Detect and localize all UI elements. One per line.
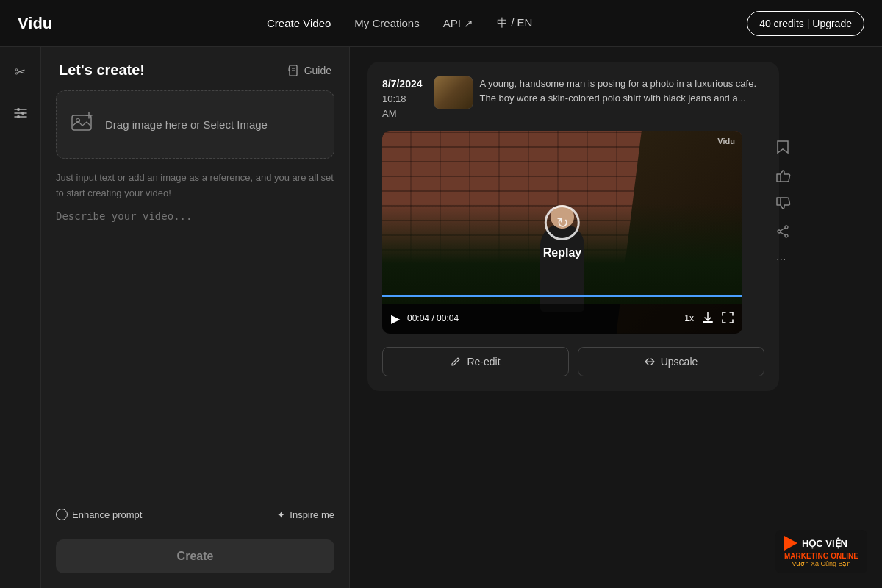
svg-point-4 — [21, 112, 24, 115]
inspire-icon: ✦ — [277, 509, 285, 520]
prompt-input[interactable] — [56, 210, 334, 498]
share-button[interactable] — [776, 225, 791, 241]
video-side-actions: ··· — [776, 131, 791, 275]
video-controls: ▶ 00:04 / 00:04 1x — [382, 304, 742, 334]
text-area-wrapper — [41, 210, 349, 498]
upscale-button[interactable]: Upscale — [578, 347, 764, 376]
guide-label: Guide — [304, 65, 331, 76]
dislike-button[interactable] — [776, 197, 791, 213]
create-button[interactable]: Create — [56, 539, 334, 573]
watermark-logo: HỌC VIỆN — [784, 536, 858, 551]
watermark-subtitle: MARKETING ONLINE — [784, 552, 858, 560]
download-button[interactable] — [701, 311, 714, 326]
enhance-circle-icon — [56, 509, 68, 520]
watermark-title: HỌC VIỆN — [802, 538, 847, 549]
nav-create-video[interactable]: Create Video — [267, 17, 331, 29]
bookmark-button[interactable] — [776, 140, 791, 157]
upscale-icon — [645, 356, 655, 367]
inspire-label: Inspire me — [290, 509, 334, 520]
svg-point-15 — [785, 234, 788, 237]
header-right: 40 credits | Upgrade — [747, 11, 864, 36]
video-wrapper: Vidu ↻ Replay ▶ 00:04 — [382, 131, 764, 334]
edit-icon — [451, 356, 461, 367]
enhance-prompt-button[interactable]: Enhance prompt — [56, 509, 142, 520]
guide-button[interactable]: Guide — [288, 65, 331, 76]
watermark-triangle-icon — [784, 536, 797, 551]
svg-point-14 — [785, 226, 788, 229]
svg-point-16 — [778, 230, 781, 233]
fullscreen-button[interactable] — [722, 312, 734, 326]
replay-overlay: ↻ Replay — [543, 205, 581, 259]
video-watermark: Vidu — [717, 137, 735, 146]
header: Vidu Create Video My Creations API ↗ 中 /… — [0, 0, 882, 47]
upload-icon — [71, 112, 95, 137]
svg-point-3 — [17, 108, 20, 111]
creation-card: 8/7/2024 10:18 AM A young, handsome man … — [368, 62, 779, 391]
time-display: 00:04 / 00:04 — [407, 313, 677, 323]
reedit-label: Re-edit — [467, 356, 500, 368]
sidebar-icon-filter[interactable] — [7, 100, 34, 126]
svg-rect-9 — [72, 115, 91, 130]
time-current: 00:04 — [407, 313, 429, 323]
logo: Vidu — [18, 14, 52, 33]
svg-line-18 — [781, 232, 785, 235]
card-description: A young, handsome man is posing for a ph… — [480, 76, 765, 105]
like-button[interactable] — [776, 169, 791, 185]
create-btn-wrapper: Create — [41, 531, 349, 588]
sidebar-icon-scissors[interactable]: ✂ — [7, 59, 34, 85]
svg-line-17 — [781, 228, 785, 231]
inspire-me-button[interactable]: ✦ Inspire me — [277, 509, 334, 520]
watermark-badge: HỌC VIỆN MARKETING ONLINE Vươn Xa Cùng B… — [775, 530, 867, 573]
reedit-button[interactable]: Re-edit — [382, 347, 569, 376]
replay-circle-icon[interactable]: ↻ — [545, 205, 580, 240]
panel-header: Let's create! Guide — [41, 47, 349, 90]
nav-my-creations[interactable]: My Creations — [354, 17, 419, 29]
upload-label: Drag image here or Select Image — [105, 118, 268, 131]
nav-lang[interactable]: 中 / EN — [497, 16, 532, 30]
time-total: 00:04 — [437, 313, 459, 323]
upscale-label: Upscale — [661, 356, 698, 368]
panel-title: Let's create! — [59, 62, 145, 79]
main-layout: ✂ Let's create! Guide — [0, 47, 882, 588]
watermark-tagline: Vươn Xa Cùng Bạn — [784, 560, 858, 567]
description-text: Just input text or add an image as a ref… — [56, 171, 334, 201]
play-button[interactable]: ▶ — [391, 312, 400, 326]
card-date: 8/7/2024 10:18 AM — [382, 76, 423, 121]
action-buttons: Re-edit Upscale — [382, 347, 764, 376]
enhance-label: Enhance prompt — [72, 509, 142, 520]
nav: Create Video My Creations API ↗ 中 / EN — [267, 16, 532, 30]
svg-rect-13 — [703, 321, 713, 323]
more-options-button[interactable]: ··· — [776, 253, 791, 266]
card-meta: 8/7/2024 10:18 AM A young, handsome man … — [382, 76, 764, 121]
panel-bottom: Enhance prompt ✦ Inspire me — [41, 498, 349, 531]
svg-point-5 — [17, 115, 20, 118]
card-thumbnail — [434, 76, 473, 109]
image-upload-area[interactable]: Drag image here or Select Image — [56, 90, 334, 159]
sidebar-icons: ✂ — [0, 47, 41, 588]
card-desc-wrapper: A young, handsome man is posing for a ph… — [434, 76, 765, 121]
left-panel: Let's create! Guide — [41, 47, 350, 588]
credits-upgrade-button[interactable]: 40 credits | Upgrade — [747, 11, 864, 36]
speed-button[interactable]: 1x — [684, 313, 694, 323]
video-player: Vidu ↻ Replay ▶ 00:04 — [382, 131, 742, 334]
replay-label[interactable]: Replay — [543, 246, 581, 259]
progress-bar-wrapper[interactable] — [382, 295, 742, 297]
progress-bar-fill — [382, 295, 742, 297]
book-icon — [288, 65, 300, 76]
right-panel: 8/7/2024 10:18 AM A young, handsome man … — [350, 47, 882, 588]
nav-api[interactable]: API ↗ — [443, 17, 473, 30]
